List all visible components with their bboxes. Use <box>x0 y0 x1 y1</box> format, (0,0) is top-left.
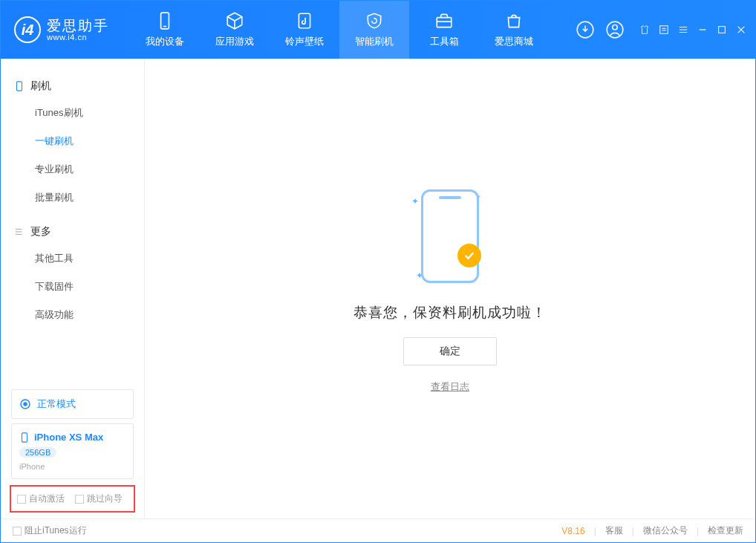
tab-store[interactable]: 爱思商城 <box>479 1 549 59</box>
menu-icon[interactable] <box>678 25 688 35</box>
sidebar-item-itunes-flash[interactable]: iTunes刷机 <box>1 99 144 127</box>
download-icon[interactable] <box>576 20 595 39</box>
tab-smart-flash[interactable]: 智能刷机 <box>339 1 409 59</box>
tab-toolbox[interactable]: 工具箱 <box>409 1 479 59</box>
svg-point-24 <box>24 403 27 406</box>
version-label: V8.16 <box>561 526 584 536</box>
phone-outline-icon <box>421 189 479 283</box>
phone-outline-icon <box>14 81 25 91</box>
svg-rect-4 <box>437 18 452 27</box>
shirt-icon[interactable] <box>639 25 650 35</box>
success-illustration: ✦ ✦ ✦ <box>405 184 495 288</box>
options-row: 自动激活 跳过向导 <box>10 485 135 513</box>
list-small-icon <box>14 227 25 237</box>
sparkle-icon: ✦ <box>411 196 419 207</box>
device-box[interactable]: iPhone XS Max 256GB iPhone <box>11 423 134 479</box>
sidebar-section-more: 更多 <box>1 219 144 244</box>
checkbox-skip-guide[interactable]: 跳过向导 <box>75 492 123 505</box>
sidebar-item-download-firmware[interactable]: 下载固件 <box>1 273 144 301</box>
sidebar-item-batch-flash[interactable]: 批量刷机 <box>1 183 144 212</box>
user-icon[interactable] <box>605 20 625 39</box>
sidebar-item-pro-flash[interactable]: 专业刷机 <box>1 155 144 183</box>
tab-apps[interactable]: 应用游戏 <box>200 1 270 59</box>
nav-tabs: 我的设备 应用游戏 铃声壁纸 智能刷机 工具箱 爱思商城 <box>130 1 549 59</box>
sidebar-section-flash: 刷机 <box>1 74 144 99</box>
window-controls <box>639 25 746 35</box>
svg-rect-9 <box>660 26 668 34</box>
sidebar-item-advanced[interactable]: 高级功能 <box>1 301 144 329</box>
list-icon[interactable] <box>659 25 669 35</box>
header-right <box>576 20 746 39</box>
app-header: i4 爱思助手 www.i4.cn 我的设备 应用游戏 铃声壁纸 智能刷机 工具… <box>1 1 755 59</box>
sync-icon <box>19 398 31 410</box>
app-logo: i4 爱思助手 www.i4.cn <box>14 16 109 43</box>
device-type: iPhone <box>19 462 126 471</box>
checkbox-auto-activate[interactable]: 自动激活 <box>17 492 65 505</box>
close-icon[interactable] <box>736 25 746 35</box>
logo-icon: i4 <box>14 16 41 43</box>
device-phone-icon <box>19 432 30 443</box>
toolbox-icon <box>434 11 454 30</box>
checkbox-block-itunes[interactable]: 阻止iTunes运行 <box>13 524 87 537</box>
support-link[interactable]: 客服 <box>605 524 623 537</box>
sidebar-item-oneclick-flash[interactable]: 一键刷机 <box>1 127 144 155</box>
mode-box[interactable]: 正常模式 <box>11 389 134 419</box>
phone-icon <box>155 11 175 30</box>
tab-ringtone[interactable]: 铃声壁纸 <box>270 1 339 59</box>
music-file-icon <box>295 11 314 30</box>
success-message: 恭喜您，保资料刷机成功啦！ <box>353 303 547 322</box>
main-content: ✦ ✦ ✦ 恭喜您，保资料刷机成功啦！ 确定 查看日志 <box>145 59 755 518</box>
wechat-link[interactable]: 微信公众号 <box>643 524 688 537</box>
app-name: 爱思助手 <box>47 19 109 33</box>
cube-icon <box>225 11 244 30</box>
check-badge-icon <box>457 244 481 267</box>
device-capacity: 256GB <box>19 447 56 458</box>
refresh-shield-icon <box>365 11 384 30</box>
app-url: www.i4.cn <box>47 33 109 42</box>
check-update-link[interactable]: 检查更新 <box>708 524 743 537</box>
sidebar: 刷机 iTunes刷机 一键刷机 专业刷机 批量刷机 更多 其他工具 下载固件 … <box>1 59 145 518</box>
svg-point-8 <box>613 25 618 30</box>
svg-rect-16 <box>719 27 726 33</box>
minimize-icon[interactable] <box>697 25 708 35</box>
bag-icon <box>504 11 524 30</box>
svg-rect-25 <box>22 432 27 441</box>
tab-my-device[interactable]: 我的设备 <box>130 1 200 59</box>
sidebar-item-other-tools[interactable]: 其他工具 <box>1 244 144 273</box>
svg-rect-19 <box>17 82 22 91</box>
ok-button[interactable]: 确定 <box>403 337 497 365</box>
footer: 阻止iTunes运行 V8.16 | 客服 | 微信公众号 | 检查更新 <box>1 518 755 542</box>
maximize-icon[interactable] <box>717 25 727 35</box>
view-log-link[interactable]: 查看日志 <box>431 380 469 394</box>
svg-rect-3 <box>299 13 310 28</box>
